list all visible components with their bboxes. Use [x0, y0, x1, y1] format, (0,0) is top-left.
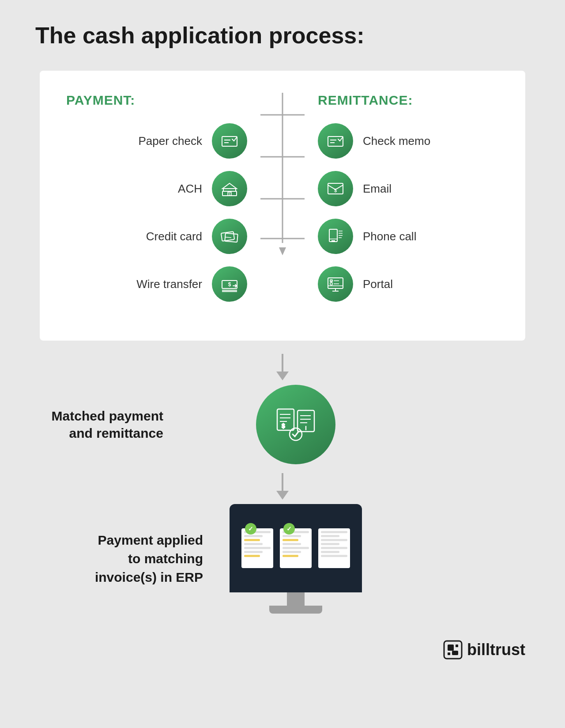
matched-section: Matched payment and remittance $ i: [40, 385, 525, 464]
wire-transfer-icon: $: [212, 266, 247, 302]
svg-rect-57: [448, 652, 450, 655]
payment-header: PAYMENT:: [66, 93, 247, 108]
email-label: Email: [363, 182, 392, 196]
ach-label: ACH: [178, 182, 202, 196]
list-item: ACH $: [178, 171, 247, 206]
check-memo-label: Check memo: [363, 134, 430, 148]
svg-rect-28: [329, 229, 337, 242]
list-item: Wire transfer $: [136, 266, 247, 302]
email-icon: $: [318, 171, 353, 206]
svg-rect-41: [330, 283, 332, 285]
list-item: $ Email: [318, 171, 392, 206]
wire-transfer-label: Wire transfer: [136, 277, 202, 291]
tree-connector: [247, 93, 318, 261]
svg-text:$: $: [282, 422, 285, 429]
ach-icon: $: [212, 171, 247, 206]
svg-text:$: $: [228, 281, 231, 288]
match-icon-circle: $ i: [256, 385, 335, 464]
arrow-connector-1: [276, 354, 289, 380]
matched-label: Matched payment and remittance: [40, 407, 163, 442]
list-item: Phone call: [318, 219, 416, 254]
billtrust-icon: [443, 640, 463, 660]
list-item: Paper check: [138, 123, 247, 159]
list-item: Credit card: [146, 219, 247, 254]
svg-rect-58: [452, 651, 458, 655]
billtrust-wordmark: billtrust: [467, 641, 525, 659]
list-item: Check memo: [318, 123, 430, 159]
svg-rect-56: [456, 645, 458, 647]
billtrust-logo: billtrust: [443, 640, 525, 660]
remittance-header: REMITTANCE:: [318, 93, 499, 108]
check-memo-icon: [318, 123, 353, 159]
svg-marker-22: [279, 247, 286, 255]
portal-icon: [318, 266, 353, 302]
monitor-illustration: ✓ ✓: [230, 504, 362, 614]
top-card: PAYMENT: Paper check ACH: [40, 71, 525, 341]
svg-text:i: i: [305, 425, 306, 431]
svg-text:$: $: [334, 188, 337, 193]
arrow-connector-2: [276, 473, 289, 500]
applied-section: Payment applied to matching invoice(s) i…: [40, 504, 525, 614]
svg-rect-23: [328, 136, 343, 146]
paper-check-icon: [212, 123, 247, 159]
credit-card-label: Credit card: [146, 230, 202, 243]
svg-line-8: [225, 237, 231, 238]
page-container: The cash application process: PAYMENT: P…: [0, 0, 565, 728]
credit-card-icon: [212, 219, 247, 254]
phone-call-label: Phone call: [363, 230, 416, 243]
remittance-column: REMITTANCE: Check memo: [318, 93, 499, 314]
payment-column: PAYMENT: Paper check ACH: [66, 93, 247, 314]
page-title: The cash application process:: [26, 22, 539, 49]
list-item: Portal: [318, 266, 393, 302]
svg-rect-55: [448, 645, 454, 651]
svg-text:$: $: [229, 193, 230, 196]
portal-label: Portal: [363, 277, 393, 291]
paper-check-label: Paper check: [138, 134, 202, 148]
phone-icon: [318, 219, 353, 254]
applied-label: Payment applied to matching invoice(s) i…: [79, 531, 203, 587]
svg-rect-0: [222, 136, 237, 146]
svg-rect-43: [277, 409, 294, 430]
